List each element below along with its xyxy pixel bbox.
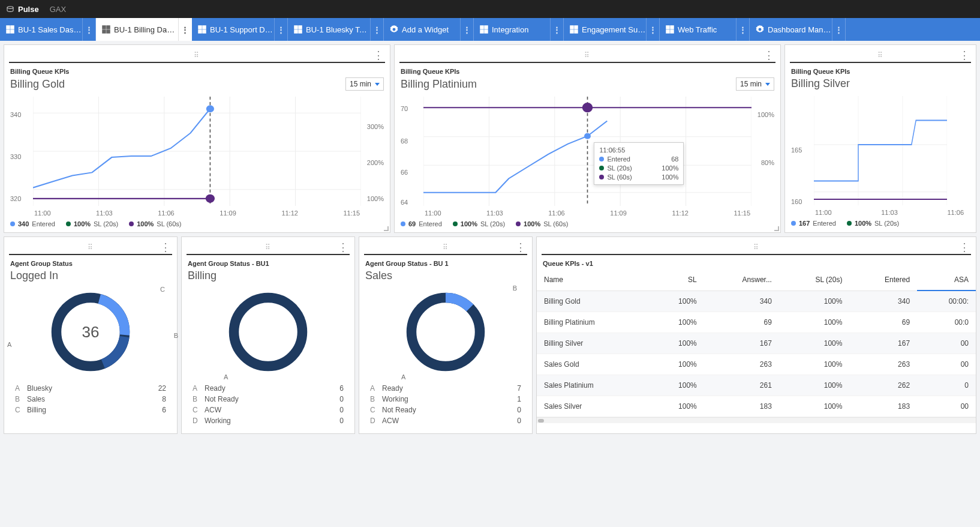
table-header[interactable]: SL <box>648 270 704 291</box>
tab-menu-button[interactable]: ⋮ <box>736 18 749 41</box>
tab-menu-button[interactable]: ⋮ <box>832 18 845 41</box>
svg-rect-14 <box>299 26 302 29</box>
list-item: ABluesky22 <box>15 383 166 394</box>
tab-menu-button[interactable]: ⋮ <box>370 18 383 41</box>
x-tick: 11:12 <box>672 209 689 217</box>
svg-rect-11 <box>199 30 202 33</box>
donut-chart: A B <box>359 287 532 377</box>
widget-subtitle: Billing Queue KPIs <box>401 68 774 75</box>
legend-item: 100% SL (60s) <box>516 220 568 227</box>
grid-icon <box>294 25 302 34</box>
donut-center-value: 36 <box>82 323 100 342</box>
period-label: 15 min <box>350 80 371 88</box>
widget-title: Billing Platinium <box>401 78 477 91</box>
widget-title: Sales <box>365 270 392 282</box>
list-item: CACW0 <box>193 405 344 415</box>
tab[interactable]: Dashboard Mana-...⋮ <box>750 18 846 41</box>
list-item: CBilling6 <box>15 405 166 415</box>
table-row[interactable]: Sales Silver100%183100%18300 <box>537 396 976 417</box>
tab-menu-button[interactable]: ⋮ <box>550 18 563 41</box>
tab[interactable]: BU-1 Sales Dash-...⋮ <box>0 18 96 41</box>
brand[interactable]: Pulse <box>6 5 39 14</box>
widget-billing-gold: ⠿⋮ Billing Queue KPIs Billing Gold 15 mi… <box>4 44 390 233</box>
widget-menu-button[interactable]: ⋮ <box>373 50 384 61</box>
table-header[interactable]: Answer... <box>704 270 779 291</box>
period-selector[interactable]: 15 min <box>736 77 774 91</box>
chevron-down-icon <box>765 83 770 86</box>
period-selector[interactable]: 15 min <box>345 77 384 91</box>
svg-point-54 <box>584 133 591 139</box>
widget-subtitle: Agent Group Status <box>10 260 171 267</box>
horizontal-scrollbar[interactable] <box>537 417 976 423</box>
svg-rect-1 <box>7 26 10 29</box>
table-row[interactable]: Sales Gold100%263100%26300 <box>537 354 976 375</box>
x-tick: 11:03 <box>881 209 898 216</box>
grid-icon <box>570 25 578 34</box>
y-tick: 165 <box>791 146 802 154</box>
table-row[interactable]: Sales Platinium100%261100%2620 <box>537 375 976 396</box>
tab[interactable]: Web Traffic⋮ <box>660 18 750 41</box>
legend-dot-icon <box>516 221 521 226</box>
x-tick: 11:15 <box>343 209 360 217</box>
x-tick: 11:03 <box>96 209 113 217</box>
widget-menu-button[interactable]: ⋮ <box>763 50 774 61</box>
kpi-table: NameSLAnswer...SL (20s)EnteredASA Billin… <box>537 270 976 417</box>
x-tick: 11:09 <box>610 209 627 217</box>
donut-legend: AReady7BWorking1CNot Ready0DACW0 <box>370 383 521 426</box>
widget-title: Billing Gold <box>10 78 65 91</box>
tab-menu-button[interactable]: ⋮ <box>82 18 95 41</box>
widget-menu-button[interactable]: ⋮ <box>515 242 526 253</box>
resize-handle-icon[interactable] <box>774 226 779 231</box>
drag-handle-icon[interactable]: ⠿ <box>265 243 272 251</box>
widget-subtitle: Agent Group Status - BU1 <box>188 260 348 267</box>
tab[interactable]: BU-1 Billing Das-...⋮ <box>96 18 192 41</box>
legend-dot-icon <box>10 221 15 226</box>
table-header-row: NameSLAnswer...SL (20s)EnteredASA <box>537 270 976 291</box>
drag-handle-icon[interactable]: ⠿ <box>877 51 884 59</box>
widget-menu-button[interactable]: ⋮ <box>338 242 348 253</box>
drag-handle-icon[interactable]: ⠿ <box>753 243 760 251</box>
drag-handle-icon[interactable]: ⠿ <box>443 243 449 251</box>
table-row[interactable]: Billing Platinium100%69100%6900:0 <box>537 312 976 333</box>
widget-menu-button[interactable]: ⋮ <box>959 50 970 61</box>
drag-handle-icon[interactable]: ⠿ <box>584 51 591 59</box>
tab-menu-button[interactable]: ⋮ <box>460 18 473 41</box>
tab[interactable]: Engagement Su-...⋮ <box>564 18 660 41</box>
table-header[interactable]: Entered <box>849 270 917 291</box>
widget-subtitle: Billing Queue KPIs <box>10 68 384 75</box>
y-tick: 320 <box>10 195 21 202</box>
donut-seg-label: B <box>174 332 178 339</box>
tab[interactable]: Add a Widget⋮ <box>384 18 474 41</box>
widget-menu-button[interactable]: ⋮ <box>959 242 970 253</box>
x-tick: 11:06 <box>947 209 964 216</box>
list-item: DACW0 <box>370 415 521 426</box>
tab-label: Web Traffic <box>678 25 736 34</box>
drag-handle-icon[interactable]: ⠿ <box>88 243 94 251</box>
tab-label: BU-1 Bluesky Te-... <box>306 25 370 34</box>
widget-menu-button[interactable]: ⋮ <box>160 242 171 253</box>
grid-icon <box>666 25 674 34</box>
table-header[interactable]: Name <box>537 270 648 291</box>
nav-link-gax[interactable]: GAX <box>50 5 66 14</box>
table-header[interactable]: ASA <box>917 270 976 291</box>
drag-handle-icon[interactable]: ⠿ <box>194 51 200 59</box>
legend-dot-icon <box>401 221 405 226</box>
widget-subtitle: Agent Group Status - BU 1 <box>365 260 526 267</box>
tab[interactable]: Integration⋮ <box>474 18 564 41</box>
donut-seg-label: B <box>513 285 517 292</box>
chart-tooltip: 11:06:55 Entered68SL (20s)100%SL (60s)10… <box>594 142 684 185</box>
tab-menu-button[interactable]: ⋮ <box>178 18 191 41</box>
svg-rect-20 <box>485 30 488 33</box>
tab[interactable]: BU-1 Support Da-...⋮ <box>192 18 288 41</box>
tab-menu-button[interactable]: ⋮ <box>646 18 659 41</box>
table-row[interactable]: Billing Silver100%167100%16700 <box>537 333 976 354</box>
resize-handle-icon[interactable] <box>384 226 389 231</box>
tab[interactable]: BU-1 Bluesky Te-...⋮ <box>288 18 384 41</box>
widget-subtitle: Billing Queue KPIs <box>791 68 970 75</box>
table-header[interactable]: SL (20s) <box>779 270 850 291</box>
list-item: BSales8 <box>15 394 166 405</box>
tab-menu-button[interactable]: ⋮ <box>274 18 287 41</box>
table-row[interactable]: Billing Gold100%340100%34000:00: <box>537 291 976 312</box>
y-tick: 340 <box>10 111 21 118</box>
x-tick: 11:00 <box>34 209 51 217</box>
